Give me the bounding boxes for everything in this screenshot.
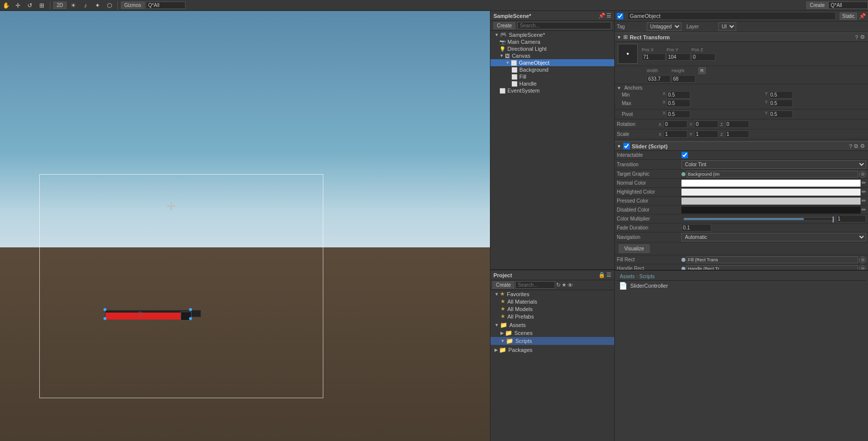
navigation-dropdown[interactable]: Automatic [681, 233, 866, 241]
gameobject-active-checkbox[interactable] [617, 13, 623, 19]
rot-z-input[interactable] [725, 120, 749, 128]
rect-transform-title: Rect Transform [630, 34, 854, 40]
hierarchy-item-handle[interactable]: ⬜ Handle [490, 80, 614, 87]
gizmos-search-input[interactable] [146, 1, 186, 9]
project-create-button[interactable]: Create [492, 281, 514, 289]
slider-info-button[interactable]: ? [848, 143, 853, 149]
color-multiplier-input[interactable] [836, 215, 866, 222]
scale-x-input[interactable] [664, 130, 687, 138]
hierarchy-item-background[interactable]: ⬜ Background [490, 66, 614, 73]
all-prefabs-item[interactable]: ★ All Prefabs [490, 313, 614, 320]
pressed-color-swatch[interactable] [681, 198, 861, 205]
highlighted-color-swatch[interactable] [681, 189, 861, 196]
slider-active-checkbox[interactable] [623, 143, 630, 149]
static-badge[interactable]: Static [840, 12, 857, 20]
packages-item[interactable]: ▶ 📁 Packages [490, 346, 614, 354]
project-lock-icon[interactable]: 🔒 [598, 272, 605, 278]
pos-y-input[interactable] [667, 53, 690, 61]
max-y-input[interactable] [769, 100, 793, 107]
pivot-y-input[interactable] [769, 110, 793, 118]
toolbar-rotate-icon[interactable]: ↺ [25, 0, 35, 10]
project-menu-icon[interactable]: ☰ [606, 272, 611, 278]
project-eye-icon[interactable]: 👁 [568, 282, 573, 288]
toolbar-audio-icon[interactable]: ♪ [81, 0, 91, 10]
toolbar-move-icon[interactable]: ✛ [13, 0, 23, 10]
scripts-item[interactable]: ▼ 📁 Scripts [490, 337, 614, 345]
scenes-item[interactable]: ▶ 📁 Scenes [490, 329, 614, 337]
tag-label: Tag [617, 24, 647, 29]
hierarchy-item-main-camera[interactable]: 📷 Main Camera [490, 38, 614, 45]
rect-settings-button[interactable]: ⚙ [859, 34, 866, 40]
scale-y-input[interactable] [694, 130, 718, 138]
project-search-input[interactable] [515, 281, 555, 289]
layer-dropdown[interactable]: UI [718, 22, 736, 31]
toolbar-scale-icon[interactable]: ⊞ [37, 0, 47, 10]
rot-x-input[interactable] [664, 120, 687, 128]
file-item-slider-controller[interactable]: 📄 SliderController [617, 281, 866, 291]
interactable-checkbox[interactable] [681, 152, 688, 158]
fill-rect-row: Fill Rect Fill (Rect Trans ◎ [615, 255, 868, 264]
anchor-diagram[interactable] [618, 44, 638, 64]
gameobject-name-input[interactable] [627, 12, 836, 20]
hierarchy-scene-root[interactable]: ▼ 🎮 SampleScene* [490, 31, 614, 38]
inspector-pin-icon[interactable]: 📌 [859, 13, 866, 19]
scene-view[interactable]: ✛ [0, 11, 490, 441]
toolbar-hand-icon[interactable]: ✋ [1, 0, 11, 10]
all-models-item[interactable]: ★ All Models [490, 305, 614, 313]
normal-color-swatch[interactable] [681, 180, 861, 187]
normal-color-eyedropper-icon[interactable]: ✏ [862, 180, 866, 186]
hierarchy-menu-icon[interactable]: ☰ [606, 12, 611, 19]
handle-rect-picker-button[interactable]: ◎ [859, 265, 866, 270]
highlighted-color-eyedropper-icon[interactable]: ✏ [862, 189, 866, 195]
scale-z-input[interactable] [725, 130, 749, 138]
disabled-color-eyedropper-icon[interactable]: ✏ [862, 207, 866, 213]
hierarchy-item-directional-light[interactable]: 💡 Directional Light [490, 45, 614, 52]
breadcrumb-assets[interactable]: Assets [620, 274, 635, 279]
hierarchy-item-fill[interactable]: ⬜ Fill [490, 73, 614, 80]
fade-duration-input[interactable] [681, 224, 711, 231]
gizmos-button[interactable]: Gizmos [121, 1, 145, 9]
height-input[interactable] [672, 75, 695, 83]
toolbar-fx-icon[interactable]: ✦ [93, 0, 102, 10]
rot-y-input[interactable] [694, 120, 718, 128]
max-x-input[interactable] [667, 100, 690, 107]
slider-copy-button[interactable]: ⧉ [853, 143, 859, 149]
disabled-color-swatch[interactable] [681, 207, 861, 214]
r-button[interactable]: R [698, 67, 706, 74]
pos-z-input[interactable] [691, 53, 715, 61]
color-multiplier-slider[interactable] [683, 218, 834, 220]
breadcrumb-scripts[interactable]: Scripts [639, 274, 655, 279]
mode-2d-button[interactable]: 2D [53, 1, 67, 9]
create-button-top[interactable]: Create [806, 1, 828, 9]
toolbar-light-icon[interactable]: ☀ [69, 0, 79, 10]
width-input[interactable] [647, 75, 671, 83]
transition-dropdown[interactable]: Color Tint [681, 160, 866, 169]
min-x-input[interactable] [667, 91, 690, 99]
pos-x-input[interactable] [642, 53, 666, 61]
pressed-color-label: Pressed Color [617, 198, 681, 204]
hierarchy-item-gameobject[interactable]: ▼ ⬜ GameObject [490, 59, 614, 66]
min-y-input[interactable] [769, 91, 793, 99]
hierarchy-search-input[interactable] [517, 22, 611, 29]
project-refresh-icon[interactable]: ↻ [556, 282, 561, 288]
all-materials-item[interactable]: ★ All Materials [490, 298, 614, 305]
disabled-color-label: Disabled Color [617, 207, 681, 213]
fill-rect-picker-button[interactable]: ◎ [859, 256, 866, 263]
hierarchy-create-button[interactable]: Create [493, 22, 515, 29]
pivot-x-input[interactable] [667, 110, 690, 118]
project-star-icon[interactable]: ★ [562, 282, 567, 288]
rect-info-button[interactable]: ? [854, 34, 859, 40]
scene-search-input[interactable] [828, 1, 868, 9]
visualize-button[interactable]: Visualize [619, 244, 650, 253]
min-y-label: Y [765, 91, 768, 99]
tag-dropdown[interactable]: Untagged [647, 22, 681, 31]
hierarchy-pin-icon[interactable]: 📌 [598, 12, 605, 19]
target-graphic-picker-button[interactable]: ◎ [859, 171, 866, 178]
slider-settings-button[interactable]: ⚙ [859, 143, 866, 149]
hierarchy-item-eventsystem[interactable]: ⬜ EventSystem [490, 87, 614, 94]
hierarchy-panel-header: SampleScene* 📌 ☰ [490, 11, 614, 21]
background-icon: ⬜ [511, 67, 517, 73]
pressed-color-eyedropper-icon[interactable]: ✏ [862, 198, 866, 204]
toolbar-scene-icon[interactable]: ⬡ [104, 0, 114, 10]
hierarchy-item-canvas[interactable]: ▼ 🖼 Canvas [490, 52, 614, 59]
